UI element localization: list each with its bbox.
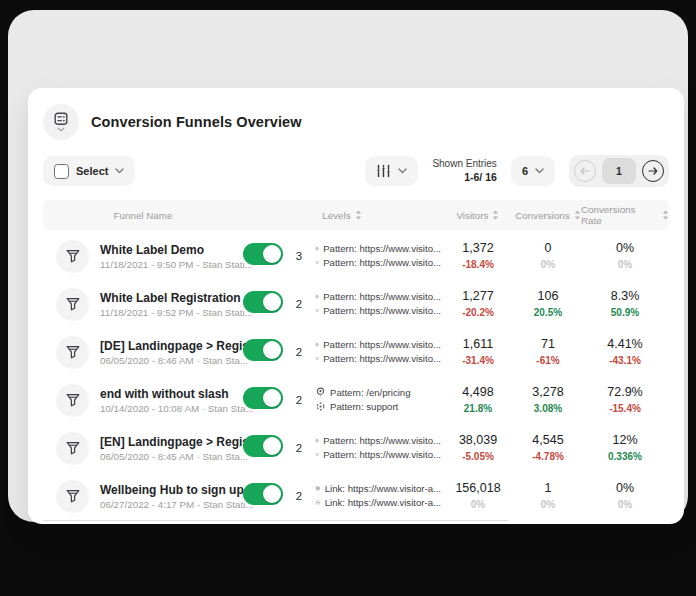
level-goal-icon bbox=[315, 497, 321, 508]
page-size-value: 6 bbox=[522, 165, 528, 177]
step-label: Link: https://www.visitor-a... bbox=[325, 496, 441, 510]
conversions-rate-change: 0% bbox=[581, 498, 669, 512]
table-row: Wellbeing Hub to sign up 06/27/2022 - 4:… bbox=[43, 472, 669, 520]
column-conversions[interactable]: Conversions bbox=[515, 210, 581, 221]
conversions-rate-value: 4.41% bbox=[581, 336, 669, 354]
step-label: Pattern: https://www.visito... bbox=[323, 338, 441, 352]
visitors-cell: 156,018 0% bbox=[441, 480, 515, 512]
funnel-steps: Link: https://www.visitor-a... Link: htt… bbox=[309, 482, 441, 510]
shown-entries-value: 1-6/ 16 bbox=[432, 171, 496, 184]
conversions-rate-cell: 4.41% -43.1% bbox=[581, 336, 669, 368]
funnel-toggle[interactable] bbox=[243, 243, 283, 265]
funnel-icon bbox=[56, 288, 89, 321]
visitors-change: -20.2% bbox=[441, 306, 515, 320]
step-label: Pattern: https://www.visito... bbox=[323, 434, 441, 448]
funnel-name[interactable]: Wellbeing Hub to sign up bbox=[100, 483, 254, 497]
toggle-knob bbox=[263, 437, 281, 455]
funnel-name-cell: [DE] Landingpage > Regist... 06/05/2020 … bbox=[43, 336, 243, 369]
funnel-icon bbox=[56, 432, 89, 465]
page-size-select[interactable]: 6 bbox=[511, 156, 555, 186]
pagination: 1 bbox=[569, 155, 669, 187]
level-count: 2 bbox=[289, 346, 309, 358]
conversions-rate-value: 72.9% bbox=[581, 384, 669, 402]
conversions-rate-change: 0% bbox=[581, 258, 669, 272]
funnel-toggle-cell bbox=[243, 483, 289, 509]
funnel-icon bbox=[56, 480, 89, 513]
arrow-right-circle-icon[interactable] bbox=[642, 160, 664, 182]
filter-settings-button[interactable] bbox=[365, 156, 418, 186]
conversions-rate-change: 0.336% bbox=[581, 450, 669, 464]
funnel-name[interactable]: [DE] Landingpage > Regist... bbox=[100, 339, 263, 353]
funnel-icon bbox=[56, 240, 89, 273]
funnel-toggle[interactable] bbox=[243, 339, 283, 361]
column-conversions-rate[interactable]: Conversions Rate bbox=[581, 204, 669, 226]
chevron-down-icon bbox=[398, 168, 407, 174]
table-body: White Label Demo 11/18/2021 - 9:50 PM - … bbox=[43, 232, 669, 520]
level-count: 2 bbox=[289, 490, 309, 502]
funnel-name-cell: end with without slash 10/14/2020 - 10:0… bbox=[43, 384, 243, 417]
arrow-left-circle-icon[interactable] bbox=[574, 160, 596, 182]
select-checkbox[interactable] bbox=[54, 164, 69, 179]
funnel-name[interactable]: White Label Demo bbox=[100, 243, 253, 257]
funnel-steps: Pattern: https://www.visito... Pattern: … bbox=[309, 242, 441, 270]
conversions-rate-cell: 12% 0.336% bbox=[581, 432, 669, 464]
step-label: Pattern: https://www.visito... bbox=[323, 448, 441, 462]
conversions-rate-cell: 72.9% -15.4% bbox=[581, 384, 669, 416]
visitors-value: 38,039 bbox=[441, 432, 515, 450]
level-goal-icon bbox=[315, 305, 319, 316]
column-visitors[interactable]: Visitors bbox=[441, 210, 515, 221]
chevron-down-icon bbox=[535, 168, 544, 174]
level-start-icon bbox=[315, 243, 319, 256]
column-funnel-name[interactable]: Funnel Name bbox=[43, 210, 243, 221]
conversions-cell: 1 0% bbox=[515, 480, 581, 512]
visitors-cell: 38,039 -5.05% bbox=[441, 432, 515, 464]
step-label: Link: https://www.visitor-a... bbox=[325, 482, 441, 496]
visitors-value: 1,277 bbox=[441, 288, 515, 306]
funnel-name[interactable]: [EN] Landingpage > Regist... bbox=[100, 435, 263, 449]
conversions-value: 71 bbox=[515, 336, 581, 354]
funnel-name-cell: [EN] Landingpage > Regist... 06/05/2020 … bbox=[43, 432, 243, 465]
shown-entries: Shown Entries 1-6/ 16 bbox=[432, 158, 496, 184]
funnel-name[interactable]: end with without slash bbox=[100, 387, 254, 401]
select-button[interactable]: Select bbox=[43, 156, 135, 186]
visitors-change: -5.05% bbox=[441, 450, 515, 464]
chevron-down-icon bbox=[115, 168, 124, 174]
current-page[interactable]: 1 bbox=[602, 158, 636, 184]
conversions-rate-value: 8.3% bbox=[581, 288, 669, 306]
card-header: Conversion Funnels Overview bbox=[43, 94, 669, 150]
visitors-value: 4,498 bbox=[441, 384, 515, 402]
table-row: White Label Demo 11/18/2021 - 9:50 PM - … bbox=[43, 232, 669, 280]
level-start-icon bbox=[315, 339, 319, 352]
funnel-name-cell: Wellbeing Hub to sign up 06/27/2022 - 4:… bbox=[43, 480, 243, 513]
funnel-meta: 06/05/2020 - 8:45 AM · Stan Sta... bbox=[100, 451, 263, 462]
table-row: White Label Registration 11/18/2021 - 9:… bbox=[43, 280, 669, 328]
sort-icon bbox=[355, 210, 362, 220]
funnel-icon bbox=[56, 336, 89, 369]
step-label: Pattern: https://www.visito... bbox=[323, 256, 441, 270]
funnel-toggle[interactable] bbox=[243, 387, 283, 409]
toggle-knob bbox=[263, 293, 281, 311]
funnel-name[interactable]: White Label Registration bbox=[100, 291, 253, 305]
funnel-toggle[interactable] bbox=[243, 435, 283, 457]
level-goal-icon bbox=[315, 353, 319, 364]
level-goal-icon bbox=[315, 401, 326, 412]
funnels-card: Conversion Funnels Overview Select bbox=[28, 88, 684, 524]
visitors-cell: 1,372 -18.4% bbox=[441, 240, 515, 272]
level-start-icon bbox=[315, 483, 321, 496]
column-levels[interactable]: Levels bbox=[243, 210, 441, 221]
funnel-toggle[interactable] bbox=[243, 483, 283, 505]
funnel-name-cell: White Label Registration 11/18/2021 - 9:… bbox=[43, 288, 243, 321]
funnel-toggle[interactable] bbox=[243, 291, 283, 313]
level-goal-icon bbox=[315, 449, 319, 460]
funnel-icon bbox=[56, 384, 89, 417]
funnel-toggle-cell bbox=[243, 243, 289, 269]
visitors-value: 1,372 bbox=[441, 240, 515, 258]
step-label: Pattern: https://www.visito... bbox=[323, 290, 441, 304]
select-label: Select bbox=[76, 165, 108, 177]
visitors-cell: 4,498 21.8% bbox=[441, 384, 515, 416]
level-start-icon bbox=[315, 435, 319, 448]
level-count: 2 bbox=[289, 298, 309, 310]
toggle-knob bbox=[263, 341, 281, 359]
conversions-rate-cell: 0% 0% bbox=[581, 480, 669, 512]
table-header: Funnel Name Levels Visitors Conversions … bbox=[43, 200, 669, 230]
